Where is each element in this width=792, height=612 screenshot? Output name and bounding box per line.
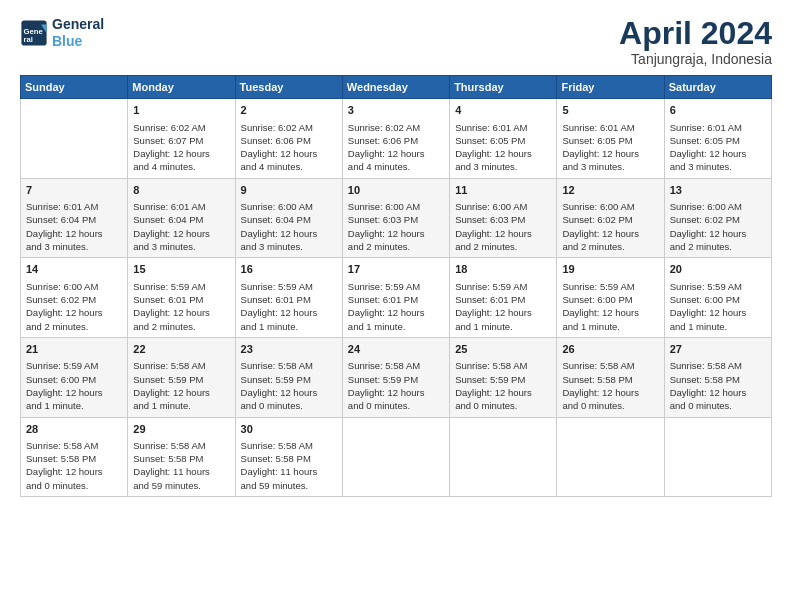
day-info: Sunrise: 5:59 AM xyxy=(133,280,229,293)
calendar-cell: 22Sunrise: 5:58 AMSunset: 5:59 PMDayligh… xyxy=(128,337,235,417)
day-number: 4 xyxy=(455,103,551,118)
day-info: Sunset: 6:04 PM xyxy=(26,213,122,226)
day-number: 10 xyxy=(348,183,444,198)
day-info: Sunset: 5:58 PM xyxy=(670,373,766,386)
day-info: Sunset: 6:05 PM xyxy=(455,134,551,147)
day-info: Daylight: 12 hours xyxy=(241,227,337,240)
calendar-week-4: 21Sunrise: 5:59 AMSunset: 6:00 PMDayligh… xyxy=(21,337,772,417)
day-info: Daylight: 12 hours xyxy=(26,227,122,240)
day-info: Sunrise: 6:00 AM xyxy=(455,200,551,213)
day-info: Sunrise: 5:58 AM xyxy=(241,439,337,452)
day-info: Sunrise: 6:02 AM xyxy=(348,121,444,134)
day-info: Sunrise: 6:01 AM xyxy=(670,121,766,134)
calendar-cell: 26Sunrise: 5:58 AMSunset: 5:58 PMDayligh… xyxy=(557,337,664,417)
calendar-cell: 10Sunrise: 6:00 AMSunset: 6:03 PMDayligh… xyxy=(342,178,449,258)
col-friday: Friday xyxy=(557,76,664,99)
day-info: Sunset: 6:04 PM xyxy=(133,213,229,226)
calendar-cell: 29Sunrise: 5:58 AMSunset: 5:58 PMDayligh… xyxy=(128,417,235,497)
day-info: Sunrise: 5:59 AM xyxy=(241,280,337,293)
day-info: Sunrise: 6:00 AM xyxy=(241,200,337,213)
day-info: Daylight: 12 hours xyxy=(670,386,766,399)
day-info: and 0 minutes. xyxy=(241,399,337,412)
logo: Gene ral General Blue xyxy=(20,16,104,50)
day-info: Daylight: 12 hours xyxy=(348,386,444,399)
calendar-cell: 6Sunrise: 6:01 AMSunset: 6:05 PMDaylight… xyxy=(664,99,771,179)
day-number: 17 xyxy=(348,262,444,277)
day-info: Sunset: 6:00 PM xyxy=(562,293,658,306)
col-thursday: Thursday xyxy=(450,76,557,99)
day-info: Sunrise: 5:58 AM xyxy=(133,359,229,372)
day-number: 12 xyxy=(562,183,658,198)
calendar-cell: 25Sunrise: 5:58 AMSunset: 5:59 PMDayligh… xyxy=(450,337,557,417)
day-number: 16 xyxy=(241,262,337,277)
day-info: Sunrise: 5:59 AM xyxy=(562,280,658,293)
calendar-cell xyxy=(450,417,557,497)
calendar-cell: 18Sunrise: 5:59 AMSunset: 6:01 PMDayligh… xyxy=(450,258,557,338)
day-info: Daylight: 12 hours xyxy=(26,465,122,478)
day-info: Daylight: 12 hours xyxy=(670,227,766,240)
day-info: Sunset: 6:06 PM xyxy=(348,134,444,147)
calendar-week-1: 1Sunrise: 6:02 AMSunset: 6:07 PMDaylight… xyxy=(21,99,772,179)
day-info: Daylight: 12 hours xyxy=(26,386,122,399)
day-info: and 2 minutes. xyxy=(348,240,444,253)
calendar-cell: 28Sunrise: 5:58 AMSunset: 5:58 PMDayligh… xyxy=(21,417,128,497)
day-info: Daylight: 12 hours xyxy=(348,147,444,160)
day-info: Sunrise: 5:58 AM xyxy=(670,359,766,372)
day-info: Daylight: 12 hours xyxy=(133,227,229,240)
day-info: Daylight: 12 hours xyxy=(455,386,551,399)
day-number: 27 xyxy=(670,342,766,357)
calendar-cell: 8Sunrise: 6:01 AMSunset: 6:04 PMDaylight… xyxy=(128,178,235,258)
day-number: 7 xyxy=(26,183,122,198)
day-info: Sunrise: 6:02 AM xyxy=(133,121,229,134)
calendar-cell: 20Sunrise: 5:59 AMSunset: 6:00 PMDayligh… xyxy=(664,258,771,338)
day-info: and 3 minutes. xyxy=(455,160,551,173)
day-info: Sunset: 6:01 PM xyxy=(241,293,337,306)
day-info: Daylight: 12 hours xyxy=(241,306,337,319)
day-number: 24 xyxy=(348,342,444,357)
day-info: Sunrise: 6:02 AM xyxy=(241,121,337,134)
day-info: and 0 minutes. xyxy=(455,399,551,412)
col-saturday: Saturday xyxy=(664,76,771,99)
day-info: Sunset: 5:58 PM xyxy=(562,373,658,386)
day-info: and 0 minutes. xyxy=(348,399,444,412)
day-info: and 4 minutes. xyxy=(348,160,444,173)
day-info: Sunrise: 6:00 AM xyxy=(562,200,658,213)
calendar-week-3: 14Sunrise: 6:00 AMSunset: 6:02 PMDayligh… xyxy=(21,258,772,338)
day-info: Daylight: 12 hours xyxy=(455,227,551,240)
day-info: Sunrise: 5:58 AM xyxy=(133,439,229,452)
calendar-cell: 30Sunrise: 5:58 AMSunset: 5:58 PMDayligh… xyxy=(235,417,342,497)
day-info: Sunset: 5:59 PM xyxy=(241,373,337,386)
day-info: and 4 minutes. xyxy=(241,160,337,173)
calendar-cell: 12Sunrise: 6:00 AMSunset: 6:02 PMDayligh… xyxy=(557,178,664,258)
day-info: Sunrise: 5:58 AM xyxy=(348,359,444,372)
day-info: Sunrise: 5:58 AM xyxy=(241,359,337,372)
calendar-cell xyxy=(664,417,771,497)
day-info: and 2 minutes. xyxy=(133,320,229,333)
day-info: Sunrise: 5:59 AM xyxy=(670,280,766,293)
day-info: Sunset: 6:01 PM xyxy=(133,293,229,306)
svg-text:ral: ral xyxy=(24,35,33,44)
day-info: Daylight: 12 hours xyxy=(455,306,551,319)
calendar-table: Sunday Monday Tuesday Wednesday Thursday… xyxy=(20,75,772,497)
day-number: 21 xyxy=(26,342,122,357)
day-info: Sunrise: 6:01 AM xyxy=(562,121,658,134)
day-number: 15 xyxy=(133,262,229,277)
day-info: and 2 minutes. xyxy=(455,240,551,253)
calendar-cell: 17Sunrise: 5:59 AMSunset: 6:01 PMDayligh… xyxy=(342,258,449,338)
day-info: Sunset: 6:02 PM xyxy=(562,213,658,226)
day-number: 11 xyxy=(455,183,551,198)
day-info: and 1 minute. xyxy=(562,320,658,333)
day-number: 6 xyxy=(670,103,766,118)
day-info: Sunrise: 6:01 AM xyxy=(455,121,551,134)
day-info: and 0 minutes. xyxy=(26,479,122,492)
day-number: 19 xyxy=(562,262,658,277)
day-info: Sunset: 6:01 PM xyxy=(348,293,444,306)
day-number: 22 xyxy=(133,342,229,357)
day-info: Sunset: 6:05 PM xyxy=(670,134,766,147)
day-info: Daylight: 12 hours xyxy=(670,306,766,319)
calendar-week-2: 7Sunrise: 6:01 AMSunset: 6:04 PMDaylight… xyxy=(21,178,772,258)
day-info: Daylight: 12 hours xyxy=(133,147,229,160)
day-info: and 3 minutes. xyxy=(562,160,658,173)
day-info: Sunset: 6:03 PM xyxy=(455,213,551,226)
day-info: Sunrise: 5:59 AM xyxy=(348,280,444,293)
